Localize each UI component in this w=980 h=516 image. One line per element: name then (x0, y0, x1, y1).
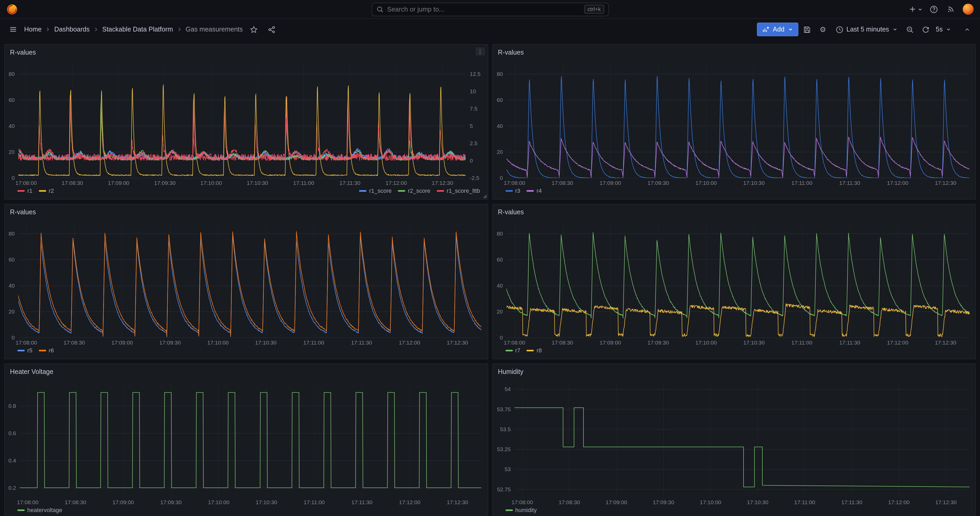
refresh-button[interactable] (919, 22, 933, 36)
svg-text:17:12:00: 17:12:00 (886, 180, 908, 186)
user-avatar[interactable] (963, 4, 974, 15)
legend-item-humidity[interactable]: humidity (505, 507, 537, 513)
svg-text:53.25: 53.25 (496, 446, 511, 452)
time-series-chart[interactable]: 020406080-2.502.557.51012.517:08:0017:08… (5, 59, 487, 186)
favorite-star-button[interactable] (247, 22, 261, 36)
svg-text:17:10:30: 17:10:30 (255, 339, 277, 346)
svg-text:17:11:00: 17:11:00 (304, 499, 325, 505)
svg-text:17:11:00: 17:11:00 (791, 339, 812, 346)
time-series-chart[interactable]: 02040608017:08:0017:08:3017:09:0017:09:3… (5, 219, 487, 346)
panel-resize-handle[interactable] (483, 194, 486, 198)
svg-text:60: 60 (9, 97, 15, 103)
svg-text:17:11:00: 17:11:00 (791, 180, 812, 186)
legend-swatch (527, 190, 534, 191)
svg-text:17:08:30: 17:08:30 (558, 499, 580, 505)
svg-text:17:10:30: 17:10:30 (256, 499, 277, 505)
add-panel-button[interactable]: Add (757, 22, 799, 36)
chevron-down-icon (946, 27, 951, 32)
svg-text:17:10:30: 17:10:30 (743, 180, 765, 186)
svg-text:17:09:00: 17:09:00 (113, 499, 134, 505)
svg-text:20: 20 (9, 309, 15, 315)
breadcrumb-current: Gas measurements (186, 26, 243, 33)
panel-header[interactable]: R-values (5, 45, 487, 59)
svg-text:80: 80 (496, 231, 503, 237)
svg-text:17:10:00: 17:10:00 (695, 180, 716, 186)
mega-menu-toggle[interactable] (6, 22, 20, 36)
legend-item-r2[interactable]: r2 (39, 188, 54, 194)
svg-text:53: 53 (504, 466, 511, 472)
legend-label: r2_score (408, 188, 430, 194)
panel-header[interactable]: R-values (493, 45, 975, 59)
time-series-chart[interactable]: 0.20.40.60.817:08:0017:08:3017:09:0017:0… (5, 379, 487, 506)
search-input[interactable]: Search or jump to... ctrl+k (371, 2, 609, 16)
legend-item-r8[interactable]: r8 (527, 347, 542, 354)
svg-text:17:09:30: 17:09:30 (159, 339, 181, 346)
breadcrumb-dashboards[interactable]: Dashboards (54, 26, 90, 33)
time-range-picker[interactable]: Last 5 minutes (832, 22, 901, 37)
time-series-chart[interactable]: 02040608017:08:0017:08:3017:09:0017:09:3… (493, 59, 975, 186)
chart-svg: 02040608017:08:0017:08:3017:09:0017:09:3… (493, 219, 975, 346)
legend-item-r1[interactable]: r1 (18, 188, 33, 194)
legend-swatch (505, 349, 512, 351)
panel-header[interactable]: R-values (493, 204, 975, 219)
svg-text:17:12:30: 17:12:30 (447, 339, 468, 346)
help-button[interactable] (927, 2, 941, 16)
grafana-logo-icon[interactable] (6, 3, 18, 15)
svg-text:17:09:30: 17:09:30 (154, 180, 176, 186)
panel-header[interactable]: R-values (5, 204, 487, 219)
svg-text:17:09:30: 17:09:30 (647, 339, 669, 346)
legend-item-r1_score[interactable]: r1_score (359, 188, 392, 194)
svg-text:17:09:00: 17:09:00 (600, 339, 621, 346)
legend-item-heatervoltage[interactable]: heatervoltage (18, 507, 62, 513)
time-series-chart[interactable]: 52.755353.2553.553.755417:08:0017:08:301… (493, 379, 975, 506)
svg-text:17:11:30: 17:11:30 (839, 180, 860, 186)
svg-text:17:11:30: 17:11:30 (351, 339, 372, 346)
svg-text:17:08:30: 17:08:30 (62, 180, 83, 186)
svg-text:17:11:30: 17:11:30 (839, 339, 860, 346)
new-menu-button[interactable] (908, 2, 924, 16)
share-button[interactable] (265, 22, 278, 36)
svg-text:17:10:00: 17:10:00 (207, 339, 229, 346)
svg-text:54: 54 (504, 386, 511, 392)
svg-text:0: 0 (11, 175, 15, 181)
zoom-out-button[interactable] (904, 22, 917, 36)
breadcrumb-home[interactable]: Home (24, 26, 42, 33)
legend-item-r5[interactable]: r5 (18, 347, 33, 354)
svg-text:40: 40 (9, 283, 15, 288)
svg-text:2.5: 2.5 (470, 140, 477, 146)
legend-label: r2 (49, 188, 54, 194)
svg-text:17:12:30: 17:12:30 (432, 180, 453, 186)
svg-text:17:11:30: 17:11:30 (841, 499, 862, 505)
legend-item-r2_score[interactable]: r2_score (398, 188, 430, 194)
time-series-chart[interactable]: 02040608017:08:0017:08:3017:09:0017:09:3… (493, 219, 975, 346)
legend-swatch (398, 190, 405, 191)
svg-text:80: 80 (496, 71, 503, 77)
top-nav: Search or jump to... ctrl+k (0, 0, 980, 19)
svg-text:0.2: 0.2 (8, 485, 16, 491)
dashboard-settings-button[interactable]: ⚙ (816, 22, 830, 36)
legend-swatch (505, 509, 512, 511)
breadcrumb-folder[interactable]: Stackable Data Platform (102, 26, 173, 33)
legend-item-r4[interactable]: r4 (527, 188, 542, 194)
chevron-right-icon (45, 27, 51, 32)
legend-item-r1_score_lttb[interactable]: r1_score_lttb (437, 188, 480, 194)
panel-menu-button[interactable]: ⋮ (475, 47, 485, 56)
refresh-interval-picker[interactable]: 5s (935, 22, 955, 37)
panel-title: Humidity (498, 368, 523, 376)
legend-label: humidity (515, 507, 537, 513)
panel-header[interactable]: Heater Voltage (5, 364, 487, 379)
save-dashboard-button[interactable] (800, 22, 814, 36)
legend-item-r3[interactable]: r3 (505, 188, 520, 194)
svg-text:60: 60 (9, 256, 15, 263)
search-shortcut-badge: ctrl+k (584, 5, 604, 14)
svg-text:40: 40 (496, 283, 503, 288)
legend-item-r7[interactable]: r7 (505, 347, 520, 354)
panel-header[interactable]: Humidity (493, 364, 975, 379)
legend-item-r6[interactable]: r6 (39, 347, 54, 354)
svg-text:17:09:00: 17:09:00 (606, 499, 627, 505)
collapse-controls-button[interactable] (960, 22, 974, 36)
svg-text:53.5: 53.5 (500, 426, 511, 432)
legend-label: r3 (515, 188, 520, 194)
news-button[interactable] (944, 2, 958, 16)
chevron-right-icon (94, 27, 99, 32)
